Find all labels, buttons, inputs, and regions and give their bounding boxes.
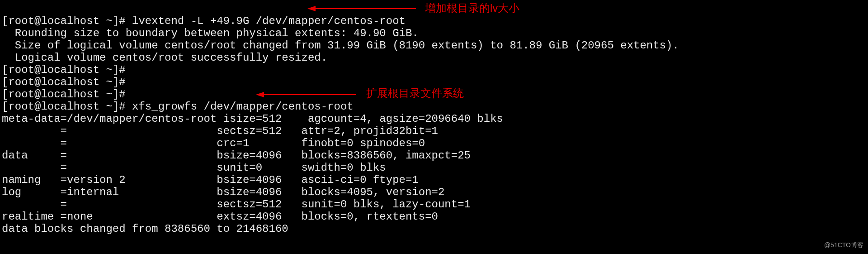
prompt: [root@localhost ~]# [2,101,132,113]
output-line: Logical volume centos/root successfully … [2,52,327,64]
output-line: meta-data=/dev/mapper/centos-root isize=… [2,113,503,125]
output-line: = sunit=0 swidth=0 blks [2,162,386,174]
output-line: log =internal bsize=4096 blocks=4095, ve… [2,186,444,198]
arrow-icon [307,3,420,14]
output-line: = sectsz=512 sunit=0 blks, lazy-count=1 [2,198,471,211]
output-line: Size of logical volume centos/root chang… [2,39,679,52]
output-line: = crc=1 finobt=0 spinodes=0 [2,137,425,149]
output-line: naming =version 2 bsize=4096 ascii-ci=0 … [2,174,419,186]
output-line: data blocks changed from 8386560 to 2146… [2,223,288,235]
svg-marker-1 [307,6,316,11]
terminal-window[interactable]: [root@localhost ~]# lvextend -L +49.9G /… [0,0,868,254]
output-line: = sectsz=512 attr=2, projid32bit=1 [2,125,438,137]
output-line: realtime =none extsz=4096 blocks=0, rtex… [2,211,438,223]
prompt: [root@localhost ~]# [2,88,132,101]
command-xfs-growfs: xfs_growfs /dev/mapper/centos-root [132,101,354,113]
prompt: [root@localhost ~]# [2,64,132,76]
output-line: Rounding size to boundary between physic… [2,27,419,39]
prompt: [root@localhost ~]# [2,76,132,88]
annotation-xfs-growfs: 扩展根目录文件系统 [366,87,464,99]
annotation-lvextend: 增加根目录的lv大小 [425,2,519,14]
watermark: @51CTO博客 [824,239,863,251]
arrow-icon [256,89,360,101]
svg-marker-3 [256,92,264,97]
command-lvextend: lvextend -L +49.9G /dev/mapper/centos-ro… [132,15,406,27]
output-line: data = bsize=4096 blocks=8386560, imaxpc… [2,149,471,162]
prompt: [root@localhost ~]# [2,15,132,27]
